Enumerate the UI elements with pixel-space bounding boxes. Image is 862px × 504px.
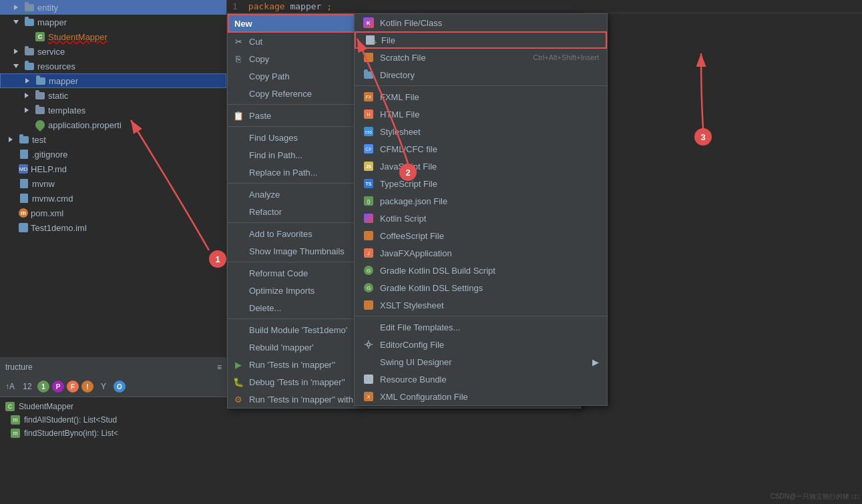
sidebar-item-static[interactable]: static xyxy=(0,88,226,103)
sort-alpha-btn[interactable]: ↑A xyxy=(3,379,17,394)
sort-num-btn[interactable]: 12 xyxy=(20,379,35,394)
folder-icon xyxy=(24,2,35,13)
file-label: File xyxy=(381,35,395,45)
sidebar-item-mvnwcmd[interactable]: mvnw.cmd xyxy=(0,191,226,206)
html-icon: H xyxy=(363,108,375,120)
panel-item-2-label: findStudentByno(int): List< xyxy=(24,429,118,438)
sidebar-item-studentmapper[interactable]: C StudentMapper xyxy=(0,29,226,44)
orange-icon[interactable]: F xyxy=(67,381,79,393)
test1demo-label: Test1demo.iml xyxy=(31,223,87,233)
sidebar-item-entity[interactable]: entity xyxy=(0,0,226,15)
gradle-build-icon: G xyxy=(363,264,375,276)
sidebar-item-mvnw[interactable]: mvnw xyxy=(0,176,226,191)
submenu-kotlin-script[interactable]: Kotlin Script xyxy=(355,210,607,227)
bottom-panel: tructure ≡ ↑A 12 1 P F ! Y O C StudentMa… xyxy=(0,357,227,504)
submenu-stylesheet[interactable]: css Stylesheet xyxy=(355,123,607,140)
submenu-file[interactable]: File xyxy=(355,31,607,49)
arrow-right-icon xyxy=(11,46,21,57)
code-content: package mapper ; xyxy=(248,1,332,11)
submenu-typescript[interactable]: TS TypeScript File xyxy=(355,175,607,192)
blue-circle-icon[interactable]: O xyxy=(114,381,126,393)
scratch-icon xyxy=(363,51,375,63)
submenu-xml-config[interactable]: X XML Configuration File xyxy=(355,388,607,405)
submenu-editor-config[interactable]: EditorConfig File xyxy=(355,336,607,353)
yellow-icon[interactable]: ! xyxy=(81,381,93,393)
method-badge-0: m xyxy=(11,415,20,425)
spacer xyxy=(5,149,16,160)
folder-icon xyxy=(35,90,45,101)
arrow-down-icon xyxy=(11,17,21,27)
sidebar-item-resources[interactable]: resources xyxy=(0,59,226,73)
resources-label: resources xyxy=(37,61,75,71)
sidebar-item-mapper-selected[interactable]: mapper xyxy=(0,73,226,88)
purple-icon[interactable]: P xyxy=(52,381,64,393)
submenu-cfml[interactable]: CF CFML/CFC file xyxy=(355,140,607,158)
fxml-label: FXML File xyxy=(380,92,419,102)
svg-point-1 xyxy=(368,340,369,342)
svg-point-4 xyxy=(371,344,373,345)
submenu-javascript[interactable]: JS JavaScript File xyxy=(355,158,607,175)
gitignore-label: .gitignore xyxy=(32,150,67,160)
submenu-sep-1 xyxy=(355,85,607,86)
watermark: CSDN@一只独立独行的猪 □□ xyxy=(771,492,859,501)
submenu-xslt[interactable]: XSLT Stylesheet xyxy=(355,296,607,314)
swing-ui-icon xyxy=(363,356,375,368)
submenu-fxml[interactable]: FX FXML File xyxy=(355,88,607,105)
folder-icon xyxy=(24,17,35,27)
sidebar-item-pom[interactable]: m pom.xml xyxy=(0,206,226,220)
panel-item-0[interactable]: C StudentMapper xyxy=(3,400,224,413)
filter-icon: Y xyxy=(101,382,106,391)
panel-toolbar: ↑A 12 1 P F ! Y O xyxy=(0,376,227,397)
directory-label: Directory xyxy=(380,70,415,80)
filter-btn[interactable]: Y xyxy=(96,379,111,394)
kotlin-icon: K xyxy=(363,17,375,29)
iml-icon xyxy=(19,223,28,232)
submenu-gradle-build[interactable]: G Gradle Kotlin DSL Build Script xyxy=(355,262,607,279)
mvnw-label: mvnw xyxy=(32,179,55,189)
semicolon: ; xyxy=(327,1,332,11)
submenu-coffee[interactable]: CoffeeScript File xyxy=(355,227,607,244)
resource-bundle-label: Resource Bundle xyxy=(380,374,447,385)
arrow-right-icon xyxy=(21,90,32,101)
sidebar-item-service[interactable]: service xyxy=(0,44,226,59)
submenu-javafx[interactable]: J JavaFXApplication xyxy=(355,244,607,262)
panel-item-0-label: StudentMapper xyxy=(19,402,73,411)
submenu-html[interactable]: H HTML File xyxy=(355,105,607,123)
panel-item-2[interactable]: m findStudentByno(int): List< xyxy=(3,427,224,440)
submenu-directory[interactable]: Directory xyxy=(355,66,607,83)
submenu-new: K Kotlin File/Class File Scratch File Ct… xyxy=(354,13,608,406)
panel-settings-icon[interactable]: ≡ xyxy=(217,362,222,372)
submenu-resource-bundle[interactable]: Resource Bundle xyxy=(355,370,607,388)
entity-label: entity xyxy=(37,3,58,13)
sidebar-item-mapper[interactable]: mapper xyxy=(0,15,226,29)
submenu-kotlin-file[interactable]: K Kotlin File/Class xyxy=(355,14,607,31)
green-icon[interactable]: 1 xyxy=(37,381,49,393)
svg-point-2 xyxy=(368,347,369,348)
panel-content: C StudentMapper m findAllStudent(): List… xyxy=(0,397,227,443)
submenu-package-json[interactable]: {} package.json File xyxy=(355,192,607,210)
swing-ui-arrow: ▶ xyxy=(592,357,599,367)
pom-label: pom.xml xyxy=(31,208,63,218)
package-json-label: package.json File xyxy=(380,196,447,206)
test-label: test xyxy=(32,135,46,145)
class-icon: C xyxy=(35,31,45,42)
sidebar-item-test[interactable]: test xyxy=(0,132,226,147)
sidebar-item-test1demo[interactable]: Test1demo.iml xyxy=(0,220,226,235)
package-name: mapper xyxy=(290,1,321,11)
help-label: HELP.md xyxy=(31,164,67,174)
svg-point-0 xyxy=(367,343,371,346)
spacer xyxy=(5,178,16,189)
submenu-scratch[interactable]: Scratch File Ctrl+Alt+Shift+Insert xyxy=(355,49,607,66)
class-badge: C xyxy=(5,402,15,411)
directory-icon xyxy=(363,69,375,81)
panel-item-1[interactable]: m findAllStudent(): List<Stud xyxy=(3,413,224,427)
submenu-swing-ui[interactable]: Swing UI Designer ▶ xyxy=(355,353,607,370)
submenu-edit-templates[interactable]: Edit File Templates... xyxy=(355,318,607,336)
submenu-gradle-settings[interactable]: G Gradle Kotlin DSL Settings xyxy=(355,279,607,296)
sidebar-item-gitignore[interactable]: .gitignore xyxy=(0,147,226,162)
sidebar-item-templates[interactable]: templates xyxy=(0,103,226,117)
sort-num-icon: 12 xyxy=(23,382,31,391)
sidebar-item-application[interactable]: application.properti xyxy=(0,117,226,132)
application-label: application.properti xyxy=(48,120,122,130)
sidebar-item-help[interactable]: MD HELP.md xyxy=(0,162,226,176)
